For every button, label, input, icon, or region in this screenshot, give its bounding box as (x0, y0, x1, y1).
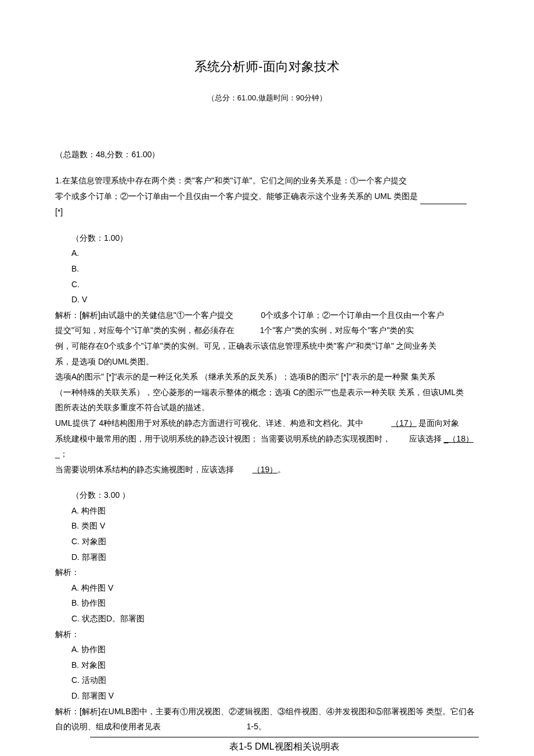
g1-option-a: A. 构件图 (71, 503, 479, 519)
final-l2a: 自的说明、组成和使用者见表 (55, 722, 161, 731)
q1-analysis: 解析：[解析]由试题中的关健信息"①一个客户提交 0个或多个订单；②一个订单由一… (55, 308, 479, 415)
q17-score: （分数：3.00 ） (71, 487, 479, 503)
g3-option-a: A. 协作图 (71, 642, 479, 657)
q17-l3a: _； (55, 446, 479, 462)
q1-line2a: 零个或多个订单；②一个订单由一个且仅由一个客户提交。能够正确表示这个业务关系的 … (55, 191, 420, 201)
g2-option-cd: C. 状态图D。部署图 (71, 611, 479, 627)
q17-intro: UML提供了 4种结构图用于对系统的静态方面进行可视化、详述、构造和文档化。其中… (55, 415, 479, 477)
q1-an4: 系，是选项 D的UML类图。 (55, 354, 479, 370)
g1-option-b: B. 类图 V (71, 518, 479, 534)
g1-option-d: D. 部署图 (71, 549, 479, 565)
g3-option-c: C. 活动图 (71, 672, 479, 688)
table-container: 表1-5 DML视图相关说明表 (90, 737, 479, 755)
q1-option-a: A. (71, 245, 479, 261)
q17-l1b: 是面向对象 (418, 418, 459, 428)
q1-line1: 1.在某信息管理系统中存在两个类：类"客户"和类"订单"。它们之间的业务关系是：… (55, 176, 407, 185)
page-title: 系统分析师-面向对象技术 (55, 58, 479, 75)
g2-option-b: B. 协作图 (71, 595, 479, 611)
g1-analysis: 解析： (55, 565, 479, 580)
blank-18: _（18） (444, 434, 474, 443)
correct-mark: V (109, 691, 114, 700)
q1-an5: 选项A的图示" [*]"表示的是一种泛化关系 （继承关系的反关系）；选项B的图示… (55, 369, 479, 385)
g3-option-b: B. 对象图 (71, 657, 479, 673)
q1-intro: 1.在某信息管理系统中存在两个类：类"客户"和类"订单"。它们之间的业务关系是：… (55, 173, 479, 220)
g3-d-label: D. 部署图 (71, 691, 109, 700)
q1-an3: 例，可能存在0个或多个"订单"类的实例。可见，正确表示该信息管理系统中类"客户"… (55, 338, 479, 354)
correct-mark: V (100, 521, 105, 530)
page-subtitle: （总分：61.00,做题时间：90分钟） (55, 93, 479, 103)
final-analysis: 解析：[解析]在UMLB图中，主要有①用况视图、②逻辑视图、③组件视图、④并发视… (55, 704, 479, 735)
q1-option-d: D. V (71, 292, 479, 308)
g1-b-label: B. 类图 (71, 521, 100, 530)
q1-score: （分数：1.00） (71, 230, 479, 246)
q17-l4: 当需要说明体系结构的静态实施视图时，应该选择 (55, 465, 234, 474)
q1-option-c: C. (71, 277, 479, 292)
q1-option-d-label: D. (71, 295, 82, 304)
q1-line3: [*] (55, 207, 63, 216)
g2-a-label: A. 构件图 (71, 583, 108, 592)
q1-an1b: 0个或多个订单；②一个订单由一个且仅由一个客户 (261, 310, 445, 320)
q17-l1a: UML提供了 4种结构图用于对系统的静态方面进行可视化、详述、构造和文档化。其中 (55, 418, 363, 428)
table-caption: 表1-5 DML视图相关说明表 (90, 739, 479, 755)
question-summary: （总题数：48,分数：61.00） (55, 150, 479, 160)
g2-analysis: 解析： (55, 627, 479, 642)
g1-option-c: C. 对象图 (71, 534, 479, 549)
correct-mark: V (82, 295, 87, 304)
blank-17: （17） (391, 418, 417, 428)
correct-mark: V (108, 583, 113, 592)
q1-option-b: B. (71, 261, 479, 277)
final-l1: 解析：[解析]在UMLB图中，主要有①用况视图、②逻辑视图、③组件视图、④并发视… (55, 704, 479, 719)
q1-an1a: 解析：[解析]由试题中的关健信息"①一个客户提交 (55, 310, 233, 320)
q1-an7: 图所表达的关联多重度不符合试题的描述。 (55, 400, 479, 415)
blank-fill (420, 189, 467, 205)
q1-an6: （一种特殊的关联关系），空心菱形的一端表示整体的概念；选项 C的图示""'也是表… (55, 385, 479, 400)
q1-an2a: 提交"可知，对应每个"订单"类的实例，都必须存在 (55, 325, 234, 335)
final-l2b: 1-5。 (247, 722, 266, 731)
q1-an2b: 1个"客户"类的实例，对应每个"客户"类的实 (260, 325, 414, 335)
g2-option-a: A. 构件图 V (71, 580, 479, 596)
q17-l4b: 。 (277, 465, 286, 474)
q17-l2a: 系统建模中最常用的图，用于说明系统的静态设计视图； 当需要说明系统的静态实现视图… (55, 434, 391, 443)
q17-l2b: 应该选择 (409, 434, 442, 443)
blank-19: （19） (252, 465, 278, 474)
g3-option-d: D. 部署图 V (71, 688, 479, 704)
